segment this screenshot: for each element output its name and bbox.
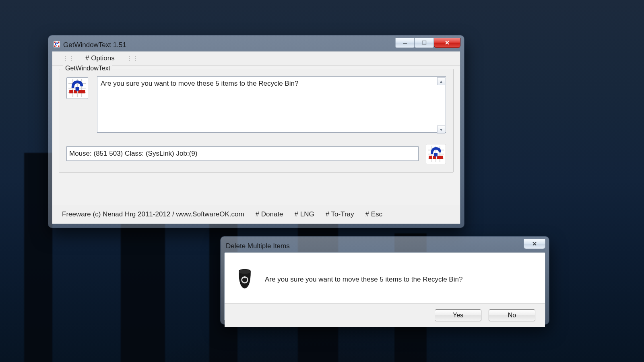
menu-bar: ⋮⋮ # Options ⋮⋮: [52, 51, 460, 66]
yes-button[interactable]: Yes: [435, 309, 481, 321]
getwindowtext-app-icon: [54, 41, 60, 49]
getwindowtext-window: GetWindowText 1.51 ⋮⋮ # Options ⋮⋮ GetWi…: [48, 35, 464, 228]
getwindowtext-panel: GetWindowText ▲ ▼: [59, 69, 454, 173]
svg-rect-15: [429, 156, 432, 159]
status-field[interactable]: [66, 146, 419, 161]
svg-rect-1: [54, 41, 56, 43]
toolbar-grip-icon: ⋮⋮: [126, 54, 138, 63]
svg-rect-3: [54, 45, 56, 47]
svg-rect-2: [58, 41, 59, 43]
svg-rect-19: [434, 153, 438, 156]
dialog-titlebar[interactable]: Delete Multiple Items: [224, 240, 545, 252]
dialog-button-row: Yes No: [225, 303, 545, 327]
no-button[interactable]: No: [489, 309, 535, 321]
recycle-bin-icon: [236, 268, 254, 291]
titlebar[interactable]: GetWindowText 1.51: [52, 39, 460, 51]
app-icon-large: [66, 77, 88, 99]
toolbar-grip-icon: ⋮⋮: [62, 54, 74, 63]
close-button[interactable]: [434, 38, 460, 48]
panel-legend: GetWindowText: [63, 65, 112, 72]
captured-text-area[interactable]: [97, 76, 446, 133]
window-client-area: ⋮⋮ # Options ⋮⋮ GetWindowText: [52, 51, 460, 224]
dialog-message: Are you sure you want to move these 5 it…: [265, 276, 462, 284]
svg-point-5: [56, 45, 58, 46]
scroll-up-button[interactable]: ▲: [437, 77, 445, 85]
svg-point-21: [239, 269, 251, 274]
svg-rect-9: [69, 90, 73, 93]
scroll-down-button[interactable]: ▼: [437, 125, 445, 134]
donate-link[interactable]: # Donate: [256, 210, 283, 218]
delete-dialog-window: Delete Multiple Items Are you sure you w…: [221, 237, 549, 324]
dialog-close-button[interactable]: [524, 239, 545, 249]
svg-rect-7: [423, 41, 426, 45]
dialog-client-area: Are you sure you want to move these 5 it…: [224, 252, 545, 321]
maximize-button[interactable]: [415, 38, 434, 48]
esc-link[interactable]: # Esc: [365, 210, 383, 218]
footer-bar: Freeware (c) Nenad Hrg 2011-2012 / www.S…: [52, 205, 460, 224]
svg-rect-13: [76, 87, 79, 91]
minimize-button[interactable]: [395, 38, 415, 48]
svg-rect-18: [440, 156, 443, 159]
to-tray-link[interactable]: # To-Tray: [326, 210, 354, 218]
lng-link[interactable]: # LNG: [295, 210, 314, 218]
svg-rect-6: [403, 43, 407, 44]
captured-text-area-wrap: ▲ ▼: [97, 76, 446, 134]
dialog-title: Delete Multiple Items: [226, 242, 545, 250]
svg-rect-12: [82, 90, 85, 93]
svg-rect-4: [58, 45, 59, 47]
options-menu[interactable]: # Options: [85, 54, 115, 62]
footer-copyright: Freeware (c) Nenad Hrg 2011-2012 / www.S…: [62, 210, 244, 218]
crosshair-drag-icon[interactable]: [426, 144, 446, 164]
